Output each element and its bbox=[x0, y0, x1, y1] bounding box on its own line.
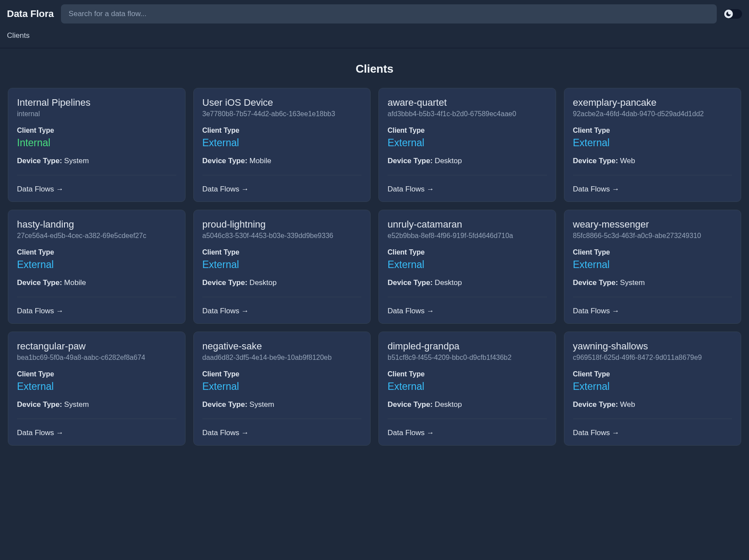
data-flows-link[interactable]: Data Flows → bbox=[388, 307, 547, 315]
client-type-value: External bbox=[573, 259, 732, 271]
card-divider bbox=[17, 297, 176, 297]
client-id: c969518f-625d-49f6-8472-9d011a8679e9 bbox=[573, 354, 732, 362]
client-id: bea1bc69-5f0a-49a8-aabc-c6282ef8a674 bbox=[17, 354, 176, 362]
client-type-label: Client Type bbox=[573, 370, 732, 378]
client-name: yawning-shallows bbox=[573, 341, 732, 352]
client-id: e52b9bba-8ef8-4f96-919f-5fd4646d710a bbox=[388, 232, 547, 240]
theme-toggle[interactable] bbox=[724, 9, 742, 19]
card-divider bbox=[388, 419, 547, 419]
client-card: weary-messenger 85fc8866-5c3d-463f-a0c9-… bbox=[564, 210, 742, 324]
client-type-value: External bbox=[573, 137, 732, 149]
header: Data Flora bbox=[0, 0, 749, 28]
device-type-label: Device Type: bbox=[202, 278, 248, 287]
card-divider bbox=[573, 175, 732, 175]
client-card: proud-lightning a5046c83-530f-4453-b03e-… bbox=[193, 210, 371, 324]
device-type-label: Device Type: bbox=[573, 278, 618, 287]
device-type-row: Device Type: Web bbox=[573, 400, 732, 409]
client-id: afd3bbb4-b5b3-4f1c-b2d0-67589ec4aae0 bbox=[388, 110, 547, 118]
device-type-value: Desktop bbox=[435, 278, 462, 287]
device-type-row: Device Type: Desktop bbox=[388, 278, 547, 287]
device-type-row: Device Type: Web bbox=[573, 157, 732, 165]
client-type-label: Client Type bbox=[202, 370, 362, 378]
device-type-value: Mobile bbox=[64, 278, 86, 287]
client-id: 27ce56a4-ed5b-4cec-a382-69e5cdeef27c bbox=[17, 232, 176, 240]
device-type-label: Device Type: bbox=[573, 400, 618, 409]
device-type-label: Device Type: bbox=[202, 157, 248, 165]
client-type-value: External bbox=[17, 259, 176, 271]
device-type-value: Web bbox=[620, 157, 635, 165]
moon-icon bbox=[724, 10, 733, 18]
client-name: negative-sake bbox=[202, 341, 362, 352]
client-type-value: External bbox=[388, 137, 547, 149]
data-flows-link[interactable]: Data Flows → bbox=[17, 429, 176, 437]
data-flows-link[interactable]: Data Flows → bbox=[388, 185, 547, 194]
client-card: negative-sake daad6d82-3df5-4e14-be9e-10… bbox=[193, 332, 371, 446]
device-type-value: Desktop bbox=[435, 157, 462, 165]
client-id: daad6d82-3df5-4e14-be9e-10ab9f8120eb bbox=[202, 354, 362, 362]
search-input[interactable] bbox=[61, 4, 717, 23]
client-card: yawning-shallows c969518f-625d-49f6-8472… bbox=[564, 332, 742, 446]
device-type-row: Device Type: Desktop bbox=[202, 278, 362, 287]
client-card: rectangular-paw bea1bc69-5f0a-49a8-aabc-… bbox=[8, 332, 186, 446]
client-id: 85fc8866-5c3d-463f-a0c9-abe273249310 bbox=[573, 232, 732, 240]
data-flows-link[interactable]: Data Flows → bbox=[202, 307, 362, 315]
client-card: Internal Pipelines internal Client Type … bbox=[8, 88, 186, 202]
device-type-row: Device Type: Mobile bbox=[17, 278, 176, 287]
client-type-value: Internal bbox=[17, 137, 176, 149]
data-flows-link[interactable]: Data Flows → bbox=[202, 185, 362, 194]
client-type-label: Client Type bbox=[388, 248, 547, 256]
client-type-value: External bbox=[202, 259, 362, 271]
client-name: User iOS Device bbox=[202, 97, 362, 108]
device-type-label: Device Type: bbox=[17, 157, 62, 165]
clients-grid: Internal Pipelines internal Client Type … bbox=[0, 88, 749, 446]
client-type-value: External bbox=[573, 381, 732, 392]
card-divider bbox=[17, 419, 176, 419]
data-flows-link[interactable]: Data Flows → bbox=[17, 185, 176, 194]
data-flows-link[interactable]: Data Flows → bbox=[573, 307, 732, 315]
client-id: internal bbox=[17, 110, 176, 118]
client-card: hasty-landing 27ce56a4-ed5b-4cec-a382-69… bbox=[8, 210, 186, 324]
breadcrumb[interactable]: Clients bbox=[0, 28, 749, 48]
device-type-label: Device Type: bbox=[388, 400, 433, 409]
client-card: User iOS Device 3e7780b8-7b57-44d2-ab6c-… bbox=[193, 88, 371, 202]
client-type-value: External bbox=[388, 259, 547, 271]
app-title[interactable]: Data Flora bbox=[7, 8, 54, 20]
data-flows-link[interactable]: Data Flows → bbox=[202, 429, 362, 437]
client-type-label: Client Type bbox=[388, 370, 547, 378]
page-title: Clients bbox=[0, 48, 749, 88]
client-name: unruly-catamaran bbox=[388, 219, 547, 230]
client-type-label: Client Type bbox=[17, 127, 176, 134]
device-type-value: System bbox=[64, 400, 89, 409]
client-name: exemplary-pancake bbox=[573, 97, 732, 108]
data-flows-link[interactable]: Data Flows → bbox=[17, 307, 176, 315]
client-card: dimpled-grandpa b51cf8c9-f455-4209-bbc0-… bbox=[378, 332, 556, 446]
device-type-row: Device Type: System bbox=[202, 400, 362, 409]
data-flows-link[interactable]: Data Flows → bbox=[573, 185, 732, 194]
client-type-label: Client Type bbox=[388, 127, 547, 134]
device-type-value: System bbox=[250, 400, 274, 409]
data-flows-link[interactable]: Data Flows → bbox=[573, 429, 732, 437]
client-type-label: Client Type bbox=[202, 127, 362, 134]
client-name: weary-messenger bbox=[573, 219, 732, 230]
client-name: proud-lightning bbox=[202, 219, 362, 230]
data-flows-link[interactable]: Data Flows → bbox=[388, 429, 547, 437]
card-divider bbox=[17, 175, 176, 175]
client-type-value: External bbox=[202, 137, 362, 149]
device-type-row: Device Type: Desktop bbox=[388, 400, 547, 409]
device-type-row: Device Type: Mobile bbox=[202, 157, 362, 165]
client-card: exemplary-pancake 92acbe2a-46fd-4dab-947… bbox=[564, 88, 742, 202]
device-type-label: Device Type: bbox=[202, 400, 248, 409]
device-type-label: Device Type: bbox=[17, 278, 62, 287]
client-id: b51cf8c9-f455-4209-bbc0-d9cfb1f436b2 bbox=[388, 354, 547, 362]
card-divider bbox=[202, 419, 362, 419]
card-divider bbox=[202, 297, 362, 297]
device-type-value: System bbox=[620, 278, 645, 287]
client-name: rectangular-paw bbox=[17, 341, 176, 352]
client-name: Internal Pipelines bbox=[17, 97, 176, 108]
client-type-label: Client Type bbox=[17, 248, 176, 256]
card-divider bbox=[388, 297, 547, 297]
card-divider bbox=[573, 297, 732, 297]
client-type-label: Client Type bbox=[17, 370, 176, 378]
client-type-value: External bbox=[17, 381, 176, 392]
device-type-value: Desktop bbox=[435, 400, 462, 409]
